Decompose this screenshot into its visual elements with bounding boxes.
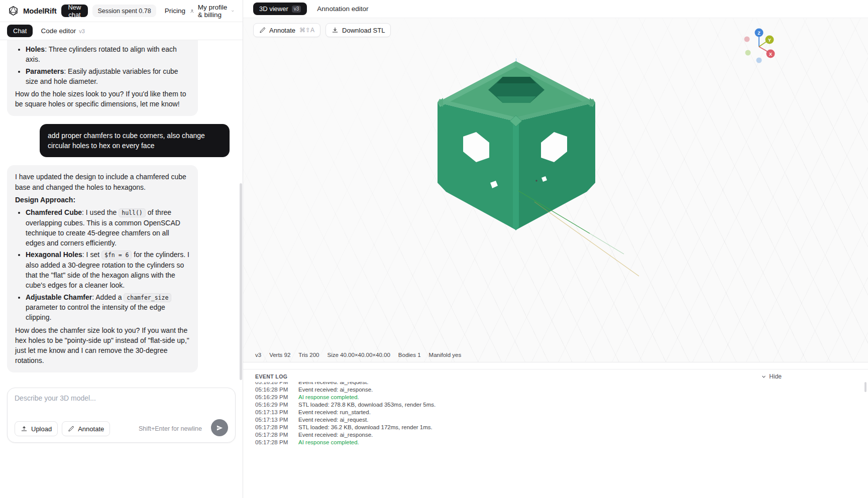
axis-neg-z-dot	[756, 58, 762, 63]
tab-chat[interactable]: Chat	[7, 25, 33, 37]
axis-gizmo[interactable]: Z Y X	[742, 27, 778, 67]
send-button[interactable]	[211, 419, 228, 436]
pencil-icon	[259, 27, 266, 34]
annotate-shortcut: ⌘⇧A	[299, 27, 314, 34]
pencil-icon	[68, 426, 74, 432]
axis-y-label: Y	[768, 38, 771, 43]
app-root: ModelRift New chat Session spent 0.78 Pr…	[0, 0, 868, 498]
event-log-scrollbar[interactable]	[864, 382, 866, 392]
chat-bubble: Holes: Three cylinders rotated to align …	[7, 40, 198, 116]
user-icon	[190, 7, 194, 15]
event-log-entry: 05:16:28 PMEvent received: ai_response.	[255, 386, 856, 394]
event-log-entry: 05:17:13 PMEvent received: ai_request.	[255, 416, 856, 424]
chevron-down-icon	[761, 374, 767, 380]
model-prompt-input[interactable]	[15, 394, 228, 413]
event-log-entry: 05:17:28 PMEvent received: ai_response.	[255, 431, 856, 439]
chat-bullet-item: Chamfered Cube: I used the hull() of thr…	[26, 207, 190, 248]
chat-message-assistant: Holes: Three cylinders rotated to align …	[7, 42, 236, 116]
axis-z-label: Z	[757, 31, 761, 36]
profile-label: My profile & billing	[198, 4, 228, 19]
composer: Upload Annotate Shift+Enter for newline	[7, 388, 236, 443]
status-item: Manifold yes	[429, 352, 462, 358]
chat-message-user: add proper chamfers to cube corners, als…	[7, 124, 236, 158]
chat-bullet-item: Adjustable Chamfer: Added a chamfer_size…	[26, 292, 190, 323]
viewer-toolbar: Annotate ⌘⇧A Download STL	[253, 23, 391, 37]
tab-code-editor[interactable]: Code editor v3	[41, 27, 84, 35]
model-render	[243, 18, 868, 362]
composer-toolbar: Upload Annotate Shift+Enter for newline	[15, 421, 228, 436]
status-item: Verts 92	[269, 352, 290, 358]
chat-bubble: I have updated the design to include a c…	[7, 165, 198, 372]
event-log-body[interactable]: 05:16:28 PMEvent received: ai_request.05…	[243, 382, 868, 448]
model-status-bar: v3Verts 92Tris 200Size 40.00×40.00×40.00…	[243, 348, 868, 362]
chat-panel: ModelRift New chat Session spent 0.78 Pr…	[0, 0, 243, 498]
status-item: Tris 200	[298, 352, 319, 358]
newline-hint: Shift+Enter for newline	[139, 425, 202, 432]
viewer-panel: 3D viewer v3 Annotation editor Annotate …	[243, 0, 868, 498]
axis-neg-x-dot	[744, 37, 750, 42]
download-stl-button-label: Download STL	[342, 27, 385, 34]
viewport-canvas[interactable]: Annotate ⌘⇧A Download STL	[243, 18, 868, 362]
upload-icon	[21, 425, 28, 432]
status-item: Bodies 1	[398, 352, 421, 358]
event-log-title: EVENT LOG	[255, 374, 287, 380]
pricing-link[interactable]: Pricing	[165, 7, 185, 15]
chat-bullet-item: Parameters: Easily adjustable variables …	[26, 66, 190, 87]
new-chat-button[interactable]: New chat	[61, 5, 88, 17]
event-log-entry: 05:17:13 PMEvent received: run_started.	[255, 409, 856, 416]
upload-button-label: Upload	[31, 425, 52, 433]
cube-right-face	[516, 102, 595, 230]
tab-code-editor-label: Code editor	[41, 27, 76, 35]
tab-annotation-editor[interactable]: Annotation editor	[317, 5, 368, 13]
event-log-entry: 05:16:29 PMSTL loaded: 278.8 KB, downloa…	[255, 401, 856, 409]
chat-bullet-item: Hexagonal Holes: I set $fn = 6 for the c…	[26, 250, 190, 290]
right-tabs: 3D viewer v3 Annotation editor	[243, 0, 868, 18]
event-log-entry: 05:17:28 PMSTL loaded: 36.2 KB, download…	[255, 424, 856, 431]
left-tabs: Chat Code editor v3	[0, 22, 243, 40]
hide-event-log-label: Hide	[769, 373, 782, 380]
upload-button[interactable]: Upload	[15, 421, 58, 436]
event-log: EVENT LOG Hide 05:16:28 PMEvent received…	[243, 369, 868, 498]
annotate-3d-button-label: Annotate	[269, 27, 295, 34]
annotate-button-label: Annotate	[78, 425, 104, 433]
app-logo-icon	[8, 6, 19, 16]
tab-3d-viewer-label: 3D viewer	[259, 5, 288, 13]
left-header: ModelRift New chat Session spent 0.78 Pr…	[0, 0, 243, 22]
chat-bullet-item: Holes: Three cylinders rotated to align …	[26, 44, 190, 65]
tab-3d-viewer[interactable]: 3D viewer v3	[253, 3, 307, 15]
status-item: v3	[255, 352, 261, 358]
event-log-entry: 05:16:28 PMEvent received: ai_request.	[255, 382, 856, 386]
event-log-entry: 05:16:29 PMAI response completed.	[255, 394, 856, 401]
tab-code-editor-version: v3	[79, 28, 85, 34]
viewer-version-badge: v3	[292, 6, 301, 13]
chevron-down-icon	[231, 8, 235, 14]
cube-left-face	[438, 102, 516, 230]
session-spent-badge: Session spent 0.78	[92, 5, 156, 17]
chat-message-assistant: I have updated the design to include a c…	[7, 165, 236, 372]
chat-bubble: add proper chamfers to cube corners, als…	[40, 124, 230, 158]
axis-x-label: X	[769, 52, 772, 57]
profile-menu-button[interactable]: My profile & billing	[190, 4, 235, 19]
status-item: Size 40.00×40.00×40.00	[327, 352, 390, 358]
download-stl-button[interactable]: Download STL	[325, 23, 391, 37]
send-icon	[216, 424, 224, 432]
chat-scrollbar[interactable]	[240, 183, 242, 380]
app-name: ModelRift	[23, 7, 57, 15]
hide-event-log-button[interactable]: Hide	[761, 373, 782, 380]
axis-neg-y-dot	[745, 50, 751, 56]
annotate-3d-button[interactable]: Annotate ⌘⇧A	[253, 23, 320, 37]
annotate-button[interactable]: Annotate	[62, 421, 110, 436]
download-icon	[332, 27, 339, 34]
event-log-header: EVENT LOG Hide	[243, 371, 868, 382]
event-log-entry: 05:17:28 PMAI response completed.	[255, 439, 856, 446]
